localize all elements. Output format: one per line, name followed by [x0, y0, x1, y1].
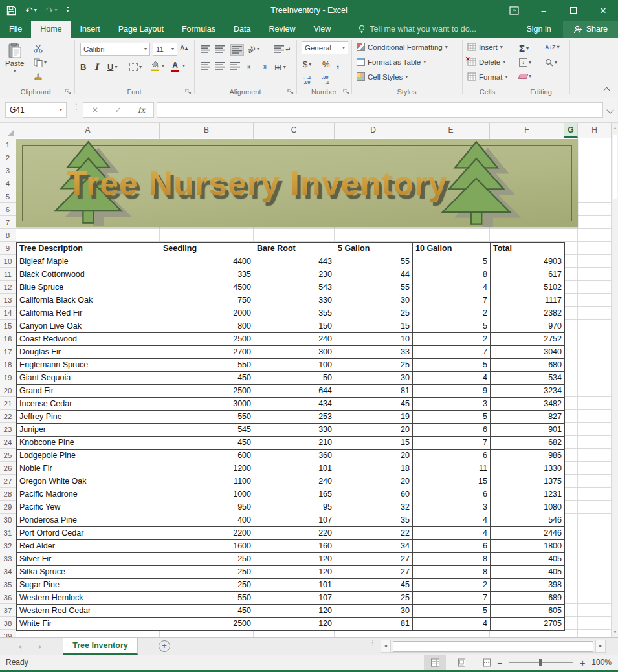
cell[interactable]: 5 [413, 320, 491, 333]
cell[interactable]: 101 [254, 462, 335, 475]
column-header-A[interactable]: A [16, 123, 160, 138]
row-header-33[interactable]: 33 [0, 552, 16, 565]
fill-button[interactable]: ↓▾ [519, 58, 531, 67]
formula-input[interactable] [157, 102, 603, 118]
sort-filter-button[interactable]: A↓Z▾ [545, 44, 560, 50]
font-family-combo[interactable]: Calibri▾ [80, 43, 150, 56]
cell[interactable]: Douglas Fir [17, 346, 160, 359]
cell[interactable]: 20 [335, 424, 413, 437]
cell[interactable]: 750 [160, 294, 254, 307]
cell[interactable]: 250 [160, 579, 254, 592]
decrease-decimal-button[interactable]: .00 →.0 [321, 75, 329, 85]
cell[interactable]: 827 [491, 411, 565, 424]
cell[interactable]: Western Red Cedar [17, 605, 160, 618]
format-painter-button[interactable] [34, 72, 43, 81]
maximize-button[interactable] [558, 0, 588, 21]
alignment-dialog-launcher[interactable] [287, 89, 294, 95]
cell[interactable]: 800 [160, 320, 254, 333]
next-sheet-arrow[interactable]: ▸ [39, 638, 42, 655]
cell[interactable]: 450 [160, 372, 254, 385]
normal-view-button[interactable] [424, 655, 446, 670]
row-header-7[interactable]: 7 [0, 216, 16, 229]
cell[interactable]: 3 [413, 398, 491, 411]
cell[interactable]: 600 [160, 450, 254, 462]
row-header-15[interactable]: 15 [0, 320, 16, 332]
cell[interactable]: Coast Redwood [17, 333, 160, 346]
insert-function-button[interactable]: fx [138, 105, 145, 114]
cancel-button[interactable]: ✕ [92, 105, 98, 114]
cell[interactable]: 7 [413, 437, 491, 450]
cell[interactable]: 107 [254, 514, 335, 527]
top-align-button[interactable] [201, 45, 210, 53]
column-header-B[interactable]: B [160, 123, 254, 138]
cell[interactable]: Red Alder [17, 540, 160, 553]
row-header-26[interactable]: 26 [0, 462, 16, 475]
cell[interactable]: 4 [413, 527, 491, 540]
ribbon-tab-formulas[interactable]: Formulas [173, 21, 225, 38]
cell[interactable]: 550 [160, 359, 254, 372]
insert-cells-button[interactable]: Insert▾ [467, 43, 503, 51]
cell[interactable]: 100 [254, 359, 335, 372]
enter-button[interactable]: ✓ [115, 105, 121, 114]
row-header-3[interactable]: 3 [0, 164, 16, 177]
cell-styles-button[interactable]: Cell Styles▾ [357, 72, 408, 81]
font-color-button[interactable]: A [171, 61, 179, 72]
page-break-preview-button[interactable] [476, 655, 498, 670]
scroll-right-arrow[interactable]: ▸ [595, 640, 606, 653]
select-all-corner[interactable] [0, 123, 16, 138]
cell[interactable]: 330 [254, 294, 335, 307]
row-header-18[interactable]: 18 [0, 358, 16, 371]
cell[interactable]: Sitka Spruce [17, 566, 160, 579]
cell[interactable]: Noble Fir [17, 462, 160, 475]
accounting-format-button[interactable]: $▾ [303, 60, 311, 69]
formula-bar-splitter[interactable]: ⋮ [72, 103, 80, 110]
cell[interactable]: Western Hemlock [17, 592, 160, 605]
bottom-align-button[interactable] [230, 44, 244, 56]
cell[interactable]: 2500 [160, 618, 254, 631]
cell[interactable]: 81 [335, 618, 413, 631]
cell[interactable]: 4 [413, 618, 491, 631]
cell[interactable]: Sugar Pine [17, 579, 160, 592]
cell[interactable]: 18 [335, 462, 413, 475]
cell[interactable]: 405 [491, 566, 565, 579]
tab-bar-splitter[interactable]: ⋮ [369, 640, 376, 644]
sheet-tab-tree-inventory[interactable]: Tree Inventory [63, 638, 138, 655]
orientation-button[interactable]: ab▾ [247, 45, 259, 53]
cell[interactable]: 107 [254, 592, 335, 605]
cell[interactable]: 45 [335, 398, 413, 411]
cell[interactable]: 4 [413, 281, 491, 294]
ribbon-tab-home[interactable]: Home [31, 21, 71, 38]
cell[interactable]: 8 [413, 566, 491, 579]
clipboard-dialog-launcher[interactable] [65, 89, 71, 95]
row-header-39[interactable]: 39 [0, 630, 16, 637]
cell[interactable]: Canyon Live Oak [17, 320, 160, 333]
cell[interactable]: 210 [254, 437, 335, 450]
zoom-slider[interactable] [509, 662, 573, 663]
row-header-37[interactable]: 37 [0, 604, 16, 617]
cell[interactable]: 5 [413, 605, 491, 618]
cell[interactable]: 15 [413, 475, 491, 488]
increase-decimal-button[interactable]: ←.0 .00 [303, 75, 311, 85]
close-button[interactable]: ✕ [588, 0, 618, 21]
cell[interactable]: Port Orford Cedar [17, 527, 160, 540]
cell[interactable]: 398 [491, 579, 565, 592]
collapse-ribbon-button[interactable] [604, 87, 610, 94]
cell[interactable]: 4500 [160, 281, 254, 294]
cell[interactable]: 5 [413, 411, 491, 424]
cell[interactable]: 1375 [491, 475, 565, 488]
font-dialog-launcher[interactable] [185, 89, 192, 95]
increase-indent-button[interactable]: ⇥ [260, 62, 267, 71]
cell[interactable]: 20 [335, 475, 413, 488]
scroll-down-arrow[interactable]: ▾ [612, 627, 618, 637]
minimize-button[interactable]: – [529, 0, 558, 21]
cell[interactable]: 1080 [491, 501, 565, 514]
scroll-up-arrow[interactable]: ▴ [612, 123, 618, 133]
cell[interactable]: Pacific Yew [17, 501, 160, 514]
cell[interactable]: 680 [491, 359, 565, 372]
cell[interactable]: 1100 [160, 475, 254, 488]
cell[interactable]: 617 [491, 268, 565, 281]
cell[interactable]: 8 [413, 553, 491, 566]
cell[interactable]: 550 [160, 592, 254, 605]
cell[interactable]: 3040 [491, 346, 565, 359]
cell[interactable]: 50 [254, 372, 335, 385]
